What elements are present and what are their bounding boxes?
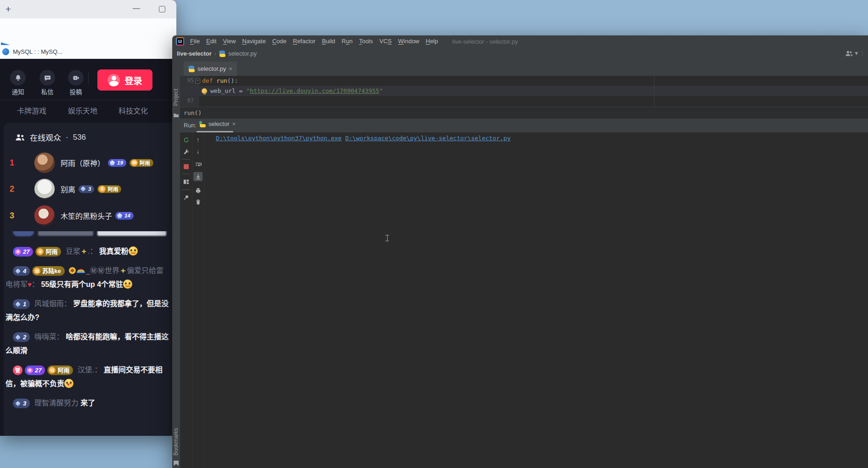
nav-tab-tech-culture[interactable]: 科技文化 (118, 105, 148, 116)
level-badge: 19 (108, 159, 126, 167)
viewer-panel: 在线观众 · 536 1 阿雨（原神） 19 10阿雨 2 别离 3 1阿雨 3 (4, 123, 176, 436)
code-line-95: def run(): (202, 77, 238, 84)
upload-label: 投稿 (68, 87, 84, 96)
rerun-icon[interactable] (181, 135, 191, 144)
soft-wrap-icon[interactable] (193, 160, 203, 169)
menu-refactor[interactable]: Refactor (290, 35, 319, 47)
rank-number: 1 (8, 158, 16, 168)
sparkle-icon (81, 249, 87, 254)
menu-help[interactable]: Help (423, 35, 441, 47)
intention-lightbulb-icon[interactable] (202, 88, 207, 94)
chat-username: 汉堡.： (78, 366, 101, 374)
fan-heart-icon: 11 (34, 268, 40, 274)
stop-icon[interactable] (181, 162, 191, 171)
level-badge: 2 (13, 332, 30, 342)
stripe-project-button[interactable]: Project (173, 89, 179, 106)
nav-tab-entertainment[interactable]: 娱乐天地 (68, 105, 97, 116)
menu-view[interactable]: View (220, 35, 239, 47)
code-editor[interactable]: 95 96 97 − def run(): web_url = "https:/… (180, 76, 868, 107)
window-minimize-button[interactable]: — (130, 2, 143, 15)
pin-icon[interactable] (181, 193, 191, 202)
new-tab-button[interactable]: + (3, 4, 14, 15)
notifications-button[interactable] (10, 70, 26, 86)
fan-club-badge: 6阿雨 (35, 247, 61, 257)
menu-vcs[interactable]: VCS (376, 35, 395, 47)
line-number: 97 (187, 97, 194, 104)
diamond-gem-icon (15, 335, 21, 340)
window-title: live-selector - selector.py (452, 38, 518, 45)
up-arrow-icon[interactable]: ↑ (193, 135, 203, 144)
diamond-gem-icon (15, 302, 21, 307)
online-viewers-header: 在线观众 · 536 (15, 131, 86, 143)
menu-navigate[interactable]: Navigate (239, 35, 269, 47)
messages-button[interactable] (39, 70, 55, 86)
bell-icon (14, 74, 22, 82)
login-avatar-icon (107, 74, 120, 86)
hexagon-gem-icon (15, 249, 21, 255)
chat-text: 我真爱粉 (99, 247, 129, 255)
ide-window: IJ File Edit View Navigate Code Refactor… (172, 35, 868, 468)
scroll-to-end-icon[interactable] (193, 172, 203, 181)
console-link-python-exe[interactable]: D:\tools\python\python37\python.exe (216, 135, 342, 142)
python-run-icon (199, 121, 206, 127)
console-link-script-path[interactable]: D:\workspace\code\py\live-selector\selec… (345, 135, 511, 142)
chat-username: 豆浆.： (66, 247, 97, 255)
upload-button[interactable] (68, 70, 84, 86)
bookmark-icon (174, 461, 179, 466)
chat-list[interactable]: 276阿雨 豆浆.： 我真爱粉 411苏陆ke _㊙㊙世界偏爱只给雷电将军♥： … (6, 245, 169, 416)
run-toolbar-left (180, 132, 192, 468)
level-badge: 3 (13, 399, 30, 408)
menu-file[interactable]: File (187, 35, 203, 47)
chat-username: 理智清醒努力 (34, 399, 79, 407)
bookmark-item[interactable]: MySQL : : MySQ... (13, 48, 62, 55)
rank-row-2[interactable]: 2 别离 3 1阿雨 (4, 178, 176, 200)
breadcrumb-project[interactable]: live-selector (177, 50, 212, 57)
chat-message: 1 风城烟雨： 罗盘能拿的我都拿了，但是没满怎么办? (6, 297, 169, 325)
down-arrow-icon[interactable]: ↓ (193, 147, 203, 156)
menu-run[interactable]: Run (338, 35, 356, 47)
login-button[interactable]: 登录 (97, 69, 152, 91)
breadcrumb-file[interactable]: selector.py (228, 50, 257, 57)
nav-tab-card-games[interactable]: 卡牌游戏 (17, 105, 46, 116)
clipped-chat-message (6, 231, 171, 241)
settings-wrench-icon[interactable] (181, 147, 191, 156)
menu-tools[interactable]: Tools (356, 35, 376, 47)
level-badge: 27 (25, 365, 45, 375)
chat-username: 嗨嗨菜： (34, 333, 64, 341)
level-badge: 4 (13, 266, 30, 276)
fan-heart-icon: 10 (131, 160, 138, 166)
run-toolbar-right: ↑ ↓ (192, 132, 204, 468)
viewer-name: 木笙的黑粉头子 (61, 210, 112, 221)
breadcrumb-bar: live-selector › selector.py ▾ (172, 47, 868, 60)
rank-row-3[interactable]: 3 木笙的黑粉头子 14 (4, 205, 176, 227)
chat-message: 管2711阿雨 汉堡.： 直播间交易不要相信，被骗概不负责 (6, 363, 169, 391)
code-fold-icon[interactable]: − (195, 79, 200, 84)
code-with-me-users-button[interactable]: ▾ (845, 50, 858, 57)
rank-row-1[interactable]: 1 阿雨（原神） 19 10阿雨 (4, 152, 176, 174)
clear-all-icon[interactable] (193, 197, 203, 206)
level-badge: 27 (13, 247, 33, 257)
fan-club-badge: 1阿雨 (97, 185, 121, 193)
menu-build[interactable]: Build (319, 35, 338, 47)
chevron-down-icon: ▾ (855, 50, 858, 57)
console-output-line: D:\tools\python\python37\python.exe D:\w… (216, 135, 511, 142)
chat-bubble-icon (44, 74, 51, 82)
run-label: Run: (184, 122, 196, 129)
stripe-bookmarks-button[interactable]: Bookmarks (173, 428, 179, 456)
close-tab-icon[interactable]: × (232, 120, 236, 127)
menu-edit[interactable]: Edit (203, 35, 220, 47)
page-divider (0, 100, 176, 100)
window-maximize-button[interactable] (159, 6, 165, 12)
menu-code[interactable]: Code (269, 35, 290, 47)
run-tab-selector[interactable]: selector × (199, 120, 236, 127)
pentagon-gem-icon (117, 213, 122, 218)
login-label: 登录 (124, 74, 142, 86)
editor-tab-selector-py[interactable]: selector.py × (184, 62, 237, 76)
flushed-emoji (129, 246, 138, 256)
editor-bottom-line: run() (180, 107, 868, 119)
restore-layout-icon[interactable] (181, 177, 191, 186)
close-tab-icon[interactable]: × (229, 65, 232, 72)
run-console[interactable]: ↑ ↓ D:\tools\python\python37\python.exe … (180, 132, 868, 468)
print-icon[interactable] (193, 186, 203, 195)
menu-window[interactable]: Window (395, 35, 423, 47)
